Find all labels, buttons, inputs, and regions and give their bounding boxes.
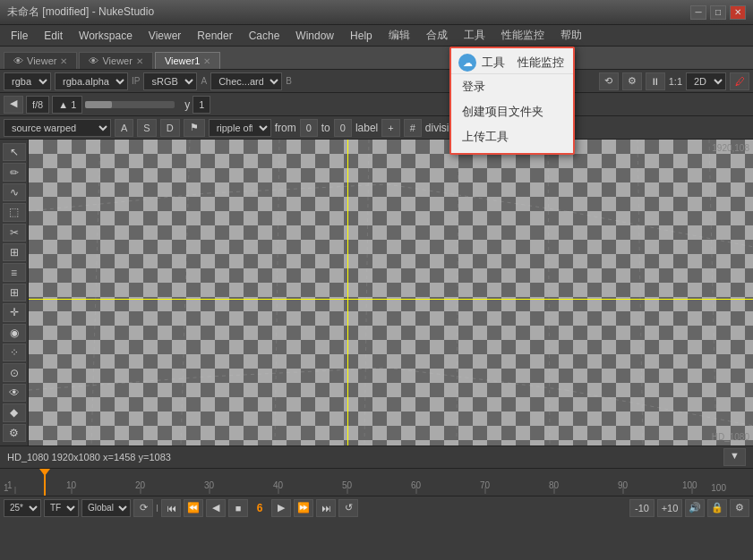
loop-btn[interactable]: ↺ — [338, 499, 358, 517]
dropdown-upload[interactable]: 上传工具 — [451, 124, 573, 149]
tool-eye[interactable]: 👁 — [3, 384, 26, 402]
minimize-button[interactable]: ─ — [690, 5, 706, 20]
tool-curve[interactable]: ∿ — [3, 183, 26, 201]
tool-layers[interactable]: ≡ — [3, 263, 26, 281]
checker-select[interactable]: Chec...ard1 — [210, 72, 282, 90]
menu-help-cn[interactable]: 帮助 — [553, 26, 589, 45]
tool-cut[interactable]: ✂ — [3, 224, 26, 242]
play-back-btn[interactable]: ◀ — [206, 499, 226, 517]
dropdown-header: ☁ 工具 性能监控 — [451, 52, 573, 74]
ripple-btn[interactable]: ⚑ — [184, 119, 205, 137]
menu-render[interactable]: Render — [190, 28, 239, 44]
label-plus-btn[interactable]: + — [381, 119, 399, 137]
from-val-btn[interactable]: 0 — [300, 119, 318, 137]
exposure-btn[interactable]: ▲ 1 — [52, 96, 82, 114]
dropdown-create-project[interactable]: 创建项目文件夹 — [451, 99, 573, 124]
tool-mesh[interactable]: ⊞ — [3, 284, 26, 301]
y-val-btn[interactable]: 1 — [193, 96, 210, 114]
a-btn[interactable]: A — [115, 119, 133, 137]
go-end-btn[interactable]: ⏭ — [316, 499, 336, 517]
minus10-btn[interactable]: -10 — [629, 499, 655, 517]
menu-window[interactable]: Window — [288, 28, 341, 44]
source-select[interactable]: source warped — [4, 119, 111, 137]
tab-viewer2[interactable]: 👁 Viewer ✕ — [79, 52, 152, 69]
status-expand-btn[interactable]: ▼ — [723, 448, 746, 466]
title-bar: 未命名 [modified] - NukeStudio ─ □ ✕ — [0, 0, 753, 25]
alpha-select[interactable]: rgba.alpha — [55, 72, 128, 90]
tool-transform[interactable]: ⊞ — [3, 243, 26, 261]
tool-paint[interactable]: ⊙ — [3, 363, 26, 381]
menu-help[interactable]: Help — [343, 28, 380, 44]
tool-settings[interactable]: ⚙ — [3, 424, 26, 442]
tab-viewer1-icon: 👁 — [13, 55, 23, 66]
menu-edit-cn[interactable]: 编辑 — [381, 26, 417, 45]
mode-select[interactable]: 2D — [686, 72, 726, 90]
plus10-btn[interactable]: +10 — [657, 499, 682, 517]
step-fwd-btn[interactable]: ⏩ — [294, 499, 313, 517]
tab-bar: 👁 Viewer ✕ 👁 Viewer ✕ Viewer1 ✕ — [0, 47, 753, 70]
viewer-icon-a[interactable]: ⟲ — [599, 72, 619, 90]
tool-select[interactable]: ⬚ — [3, 203, 26, 221]
go-start-btn[interactable]: ⏮ — [161, 499, 181, 517]
menu-compose[interactable]: 合成 — [419, 26, 455, 45]
global-select[interactable]: Global — [81, 499, 131, 517]
tab-viewer1[interactable]: 👁 Viewer ✕ — [4, 52, 77, 69]
menu-viewer[interactable]: Viewer — [141, 28, 188, 44]
fps-select[interactable]: 25* — [4, 499, 41, 517]
label-hash-btn[interactable]: # — [404, 119, 422, 137]
maximize-button[interactable]: □ — [710, 5, 726, 20]
menu-edit[interactable]: Edit — [37, 28, 70, 44]
menu-cache[interactable]: Cache — [242, 28, 287, 44]
audio-btn[interactable]: 🔊 — [685, 499, 705, 517]
menu-tools[interactable]: 工具 — [457, 26, 492, 45]
stop-btn[interactable]: ■ — [228, 499, 248, 517]
tab-active-label: Viewer1 — [165, 55, 201, 66]
menu-file[interactable]: File — [4, 28, 35, 44]
s-btn[interactable]: S — [137, 119, 156, 137]
tab-viewer1-active[interactable]: Viewer1 ✕ — [155, 52, 221, 69]
viewer-icon-b[interactable]: ⚙ — [622, 72, 642, 90]
tool-arrow[interactable]: ↖ — [3, 143, 26, 161]
window-controls: ─ □ ✕ — [690, 5, 746, 20]
lock-btn[interactable]: 🔒 — [707, 499, 727, 517]
paint-icon[interactable]: 🖊 — [730, 72, 749, 90]
tab-viewer1-close[interactable]: ✕ — [60, 56, 67, 66]
tab-active-close[interactable]: ✕ — [203, 56, 210, 66]
ripple-select[interactable]: ripple off — [209, 119, 271, 137]
dropdown-login[interactable]: 登录 — [451, 74, 573, 99]
tf-select[interactable]: TF — [44, 499, 79, 517]
menu-bar: File Edit Workspace Viewer Render Cache … — [0, 25, 753, 47]
tool-erase[interactable]: ◆ — [3, 403, 26, 421]
y-label: y — [184, 98, 190, 111]
to-val-btn[interactable]: 0 — [334, 119, 352, 137]
tool-move[interactable]: ✛ — [3, 303, 26, 321]
viewport: 1920,108 HD_1080 — [29, 140, 753, 445]
label-label: label — [355, 122, 378, 134]
viewer-controls-row2: ◀ f/8 ▲ 1 y 1 — [0, 93, 753, 116]
colorspace-select[interactable]: sRGB — [143, 72, 197, 90]
timeline-area[interactable]: 1 10 20 30 40 50 60 70 80 90 100 1 100 — [0, 469, 753, 496]
checker-canvas — [29, 140, 753, 445]
close-button[interactable]: ✕ — [730, 5, 746, 20]
refresh-btn[interactable]: ⟳ — [133, 499, 153, 517]
settings-btn[interactable]: ⚙ — [730, 499, 749, 517]
crosshair-v — [347, 140, 348, 445]
main-area: ↖ ✏ ∿ ⬚ ✂ ⊞ ≡ ⊞ ✛ ◉ ⁘ ⊙ 👁 ◆ ⚙ — [0, 140, 753, 445]
fstop-btn[interactable]: f/8 — [26, 96, 49, 114]
step-back-btn[interactable]: ⏪ — [184, 499, 203, 517]
menu-perf[interactable]: 性能监控 — [494, 26, 552, 45]
tab-viewer2-close[interactable]: ✕ — [136, 56, 143, 66]
svg-rect-16 — [0, 469, 753, 496]
tool-sphere[interactable]: ◉ — [3, 324, 26, 342]
tool-pen[interactable]: ✏ — [3, 163, 26, 181]
viewer-controls-row1: rgba rgba.alpha IP sRGB A Chec...ard1 B … — [0, 70, 753, 93]
rgba-select[interactable]: rgba — [4, 72, 51, 90]
menu-workspace[interactable]: Workspace — [72, 28, 140, 44]
exposure-slider[interactable] — [85, 101, 175, 108]
play-fwd-btn[interactable]: ▶ — [271, 499, 291, 517]
cloud-icon-symbol: ☁ — [463, 57, 473, 69]
tool-dots[interactable]: ⁘ — [3, 344, 26, 361]
viewer-icon-pause[interactable]: ⏸ — [646, 72, 665, 90]
d-btn[interactable]: D — [160, 119, 180, 137]
left-panel-toggle[interactable]: ◀ — [4, 96, 23, 114]
